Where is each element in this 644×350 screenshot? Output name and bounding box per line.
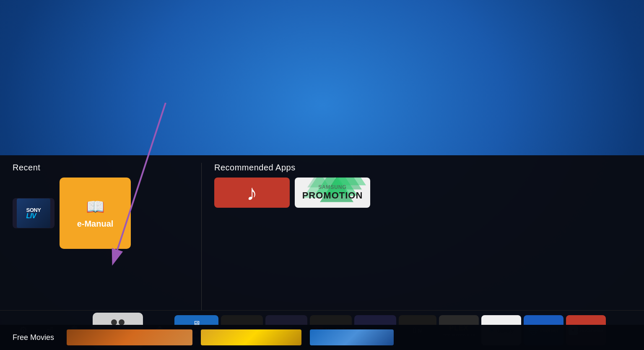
sonyliv-text: SONY LIV bbox=[26, 207, 41, 219]
app-emanual[interactable]: 📖 e-Manual bbox=[60, 178, 131, 249]
apps-dot-1 bbox=[111, 319, 117, 325]
music-note-icon: ♪ bbox=[247, 180, 257, 205]
app-applemusic[interactable]: ♪ bbox=[214, 178, 290, 208]
liv-text: LIV bbox=[26, 213, 36, 219]
movie-thumb-2[interactable] bbox=[201, 329, 301, 345]
app-samsung-promo[interactable]: SAMSUNG PROMOTION bbox=[295, 178, 370, 208]
promo-promotion-text: PROMOTION bbox=[302, 190, 363, 201]
recent-section: Recent SONY LIV 📖 e-Manual bbox=[13, 163, 189, 310]
recent-apps-row: SONY LIV 📖 e-Manual bbox=[13, 178, 189, 249]
sony-text: SONY bbox=[26, 207, 41, 213]
recommended-section: Recommended Apps ♪ bbox=[214, 163, 631, 310]
free-movies-title: Free Movies bbox=[13, 333, 54, 342]
recommended-apps-row: ♪ SAMSUNG PRO bbox=[214, 178, 631, 208]
promo-samsung-text: SAMSUNG bbox=[318, 184, 347, 190]
section-divider bbox=[201, 163, 202, 310]
sonyliv-logo: SONY LIV bbox=[17, 199, 50, 228]
content-row: Recent SONY LIV 📖 e-Manual bbox=[0, 155, 644, 310]
taskbar: Recent SONY LIV 📖 e-Manual bbox=[0, 155, 644, 350]
emanual-icon: 📖 bbox=[86, 198, 105, 216]
apps-dot-2 bbox=[119, 319, 125, 325]
free-movies-section: Free Movies bbox=[0, 325, 644, 350]
movie-thumb-1[interactable] bbox=[67, 329, 192, 345]
emanual-text: e-Manual bbox=[77, 219, 114, 229]
recent-title: Recent bbox=[13, 163, 189, 172]
movie-thumb-3[interactable] bbox=[310, 329, 394, 345]
app-sonyliv[interactable]: SONY LIV bbox=[13, 198, 55, 228]
promo-text-wrapper: SAMSUNG PROMOTION bbox=[302, 184, 363, 201]
recommended-title: Recommended Apps bbox=[214, 163, 631, 172]
